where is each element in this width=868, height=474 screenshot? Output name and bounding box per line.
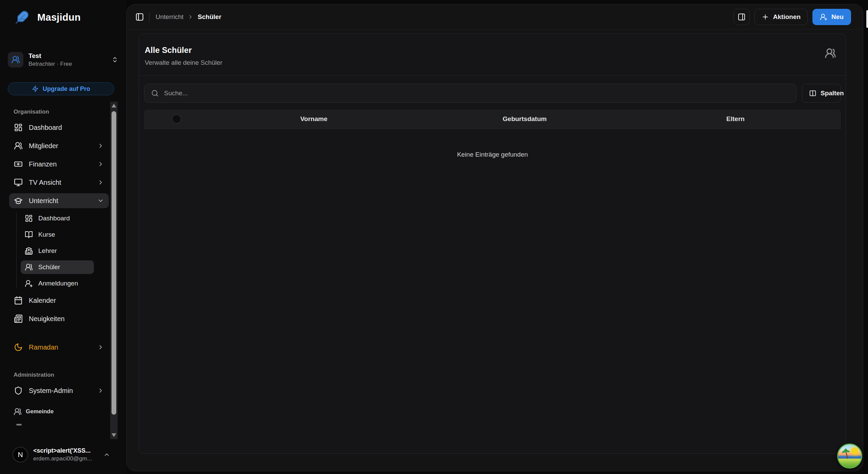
upgrade-pro-button[interactable]: Upgrade auf Pro xyxy=(8,82,114,95)
calendar-icon xyxy=(14,296,23,305)
main-panel: Unterricht Schüler Aktionen xyxy=(126,4,863,471)
user-name: <script>alert('XSS... xyxy=(33,447,92,454)
search-input[interactable] xyxy=(164,90,789,97)
banknote-icon xyxy=(14,160,23,169)
plus-icon xyxy=(762,13,769,21)
sidebar-item-dashboard[interactable]: Dashboard xyxy=(9,120,109,135)
scrollbar-down-arrow[interactable] xyxy=(112,433,116,437)
unterricht-submenu: Dashboard Kurse Le xyxy=(9,212,109,290)
user-plus-icon xyxy=(25,279,33,288)
search-icon xyxy=(151,90,159,97)
select-all-checkbox[interactable] xyxy=(172,115,181,123)
sidebar-subitem-label: Dashboard xyxy=(38,215,70,222)
empty-state-message: Keine Einträge gefunden xyxy=(144,129,841,180)
sidebar-item-mitglieder[interactable]: Mitglieder xyxy=(9,138,109,153)
users-icon xyxy=(14,141,23,150)
columns-icon xyxy=(809,90,816,97)
workspace-meta: Betrachter · Free xyxy=(28,61,72,67)
chevron-down-icon xyxy=(97,197,104,204)
sidebar-subitem-dashboard[interactable]: Dashboard xyxy=(21,212,94,225)
sidebar-nav: Organisation Dashboard Mitglieder xyxy=(0,102,126,439)
topbar: Unterricht Schüler Aktionen xyxy=(127,4,863,29)
columns-button-label: Spalten xyxy=(821,90,844,97)
workspace-name: Test xyxy=(28,52,72,60)
breadcrumb-parent[interactable]: Unterricht xyxy=(156,13,183,21)
brand-logo-row: Masjidun xyxy=(15,10,81,24)
sidebar-item-tv-ansicht[interactable]: TV Ansicht xyxy=(9,175,109,190)
newspaper-icon xyxy=(14,314,23,323)
sidebar-item-neuigkeiten[interactable]: Neuigkeiten xyxy=(9,311,109,326)
monitor-icon xyxy=(14,178,23,187)
column-header-geburtsdatum: Geburtsdatum xyxy=(419,115,630,123)
graduation-cap-icon xyxy=(14,196,23,205)
table-header-row: Vorname Geburtsdatum Eltern xyxy=(144,110,841,129)
sidebar-toggle-button[interactable] xyxy=(133,10,146,24)
card-header: Alle Schüler Verwalte alle deine Schüler xyxy=(139,34,846,66)
workspace-users-icon xyxy=(8,52,23,67)
sidebar-item-finanzen[interactable]: Finanzen xyxy=(9,157,109,172)
users-icon xyxy=(25,263,33,271)
search-box xyxy=(144,84,796,103)
user-menu[interactable]: N <script>alert('XSS... erdem.arpaci00@g… xyxy=(0,439,126,474)
column-header-vorname: Vorname xyxy=(208,115,419,123)
columns-button[interactable]: Spalten xyxy=(802,84,841,103)
scrollbar-thumb[interactable] xyxy=(112,111,116,415)
sidebar-item-gemeinde[interactable]: Gemeinde xyxy=(14,408,109,416)
sidebar-item-kalender[interactable]: Kalender xyxy=(9,293,109,308)
sidebar-subitem-schueler[interactable]: Schüler xyxy=(21,260,94,274)
actions-button[interactable]: Aktionen xyxy=(754,9,808,25)
page-subtitle: Verwalte alle deine Schüler xyxy=(145,59,837,66)
sidebar-subitem-label: Lehrer xyxy=(38,247,57,255)
chevron-right-icon xyxy=(97,142,104,149)
sidebar-item-label: Neuigkeiten xyxy=(29,315,65,323)
breadcrumb-current: Schüler xyxy=(198,13,221,21)
sidebar: Masjidun Test Betrachter · Free Upgrade … xyxy=(0,0,126,474)
book-open-icon xyxy=(25,231,33,239)
sidebar-subitem-lehrer[interactable]: Lehrer xyxy=(21,244,94,258)
chevron-right-icon xyxy=(97,387,104,394)
sidebar-item-label: Unterricht xyxy=(29,197,58,205)
section-organisation: Organisation xyxy=(14,108,109,115)
users-icon xyxy=(14,408,22,416)
sidebar-subitem-anmeldungen[interactable]: Anmeldungen xyxy=(21,277,94,290)
users-icon xyxy=(825,47,836,59)
section-administration: Administration xyxy=(14,372,109,378)
sidebar-scrollbar[interactable] xyxy=(110,102,118,439)
chevron-right-icon xyxy=(97,161,104,167)
sidebar-subitem-kurse[interactable]: Kurse xyxy=(21,228,94,241)
students-card: Alle Schüler Verwalte alle deine Schüler xyxy=(139,34,846,454)
column-header-eltern: Eltern xyxy=(630,115,841,123)
chevron-right-icon xyxy=(97,179,104,186)
new-button[interactable]: Neu xyxy=(812,9,851,25)
panel-right-icon xyxy=(738,13,746,21)
panel-left-icon xyxy=(135,13,144,21)
layout-dashboard-icon xyxy=(14,123,23,132)
chevrons-up-down-icon xyxy=(112,56,118,63)
upgrade-pro-label: Upgrade auf Pro xyxy=(43,85,90,93)
user-plus-icon xyxy=(820,13,827,21)
sidebar-subitem-label: Schüler xyxy=(38,263,60,271)
sidebar-item-label: System-Admin xyxy=(29,387,73,395)
page-title: Alle Schüler xyxy=(145,45,837,55)
zap-icon xyxy=(32,85,39,92)
sidebar-subitem-label: Kurse xyxy=(38,231,55,238)
chevron-right-icon xyxy=(187,14,194,20)
moon-icon xyxy=(14,343,23,352)
sidebar-item-label: TV Ansicht xyxy=(29,179,61,186)
clipped-item-fragment xyxy=(16,424,22,426)
sidebar-item-system-admin[interactable]: System-Admin xyxy=(9,383,109,398)
actions-button-label: Aktionen xyxy=(773,13,801,21)
shield-icon xyxy=(14,386,23,395)
user-email: erdem.arpaci00@gm... xyxy=(33,455,92,462)
workspace-selector[interactable]: Test Betrachter · Free xyxy=(8,52,118,67)
sidebar-item-ramadan[interactable]: Ramadan xyxy=(9,340,109,355)
viewport-scrollbar-fragment[interactable] xyxy=(866,10,868,28)
scrollbar-up-arrow[interactable] xyxy=(112,104,116,107)
island-widget-button[interactable] xyxy=(837,443,862,469)
sidebar-item-unterricht[interactable]: Unterricht xyxy=(9,193,109,208)
feather-icon xyxy=(15,10,29,24)
school-icon xyxy=(25,247,33,255)
panel-toggle-button[interactable] xyxy=(733,9,750,25)
chevron-right-icon xyxy=(97,344,104,351)
sidebar-item-label: Kalender xyxy=(29,297,56,304)
